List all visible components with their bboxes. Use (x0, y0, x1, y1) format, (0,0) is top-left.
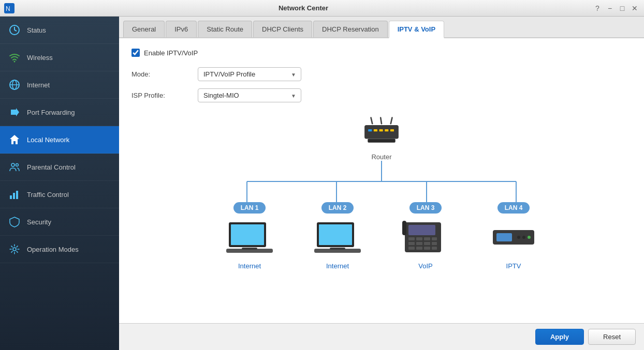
sidebar-item-security[interactable]: Security (0, 208, 119, 236)
close-button[interactable]: ✕ (630, 3, 640, 13)
lan1-node: LAN 1 Internet (226, 202, 273, 270)
sidebar-label-local-network: Local Network (27, 136, 69, 144)
sidebar-label-wireless: Wireless (27, 54, 53, 62)
sidebar-label-port-forwarding: Port Forwarding (27, 109, 75, 116)
sidebar-item-parental-control[interactable]: Parental Control (0, 154, 119, 181)
svg-rect-38 (319, 224, 352, 245)
connector-lines (200, 161, 563, 202)
globe-icon (8, 79, 21, 91)
tab-static-route[interactable]: Static Route (198, 21, 252, 37)
mode-label: Mode: (131, 70, 194, 78)
svg-rect-34 (231, 224, 264, 245)
sidebar-item-wireless[interactable]: Wireless (0, 44, 119, 71)
minimize-button[interactable]: − (605, 3, 615, 13)
svg-marker-9 (11, 108, 19, 116)
network-diagram: Router LAN (131, 115, 632, 270)
home-icon (8, 133, 21, 146)
tab-dhcp-clients[interactable]: DHCP Clients (253, 21, 312, 37)
svg-rect-14 (13, 193, 15, 199)
svg-rect-57 (496, 233, 512, 241)
tab-dhcp-reservation[interactable]: DHCP Reservation (313, 21, 388, 37)
svg-text:N: N (6, 5, 10, 12)
svg-rect-54 (432, 247, 437, 250)
svg-rect-43 (408, 237, 415, 240)
svg-rect-49 (424, 242, 430, 245)
svg-line-19 (391, 118, 392, 124)
svg-rect-15 (16, 191, 18, 199)
restore-button[interactable]: □ (617, 3, 627, 13)
svg-point-60 (528, 236, 531, 239)
clock-icon (8, 24, 21, 36)
sidebar-item-internet[interactable]: Internet (0, 71, 119, 99)
svg-point-16 (13, 248, 16, 251)
title-bar-left: N (4, 3, 14, 13)
tab-bar: General IPv6 Static Route DHCP Clients D… (119, 17, 644, 38)
svg-rect-20 (364, 125, 399, 139)
window-title: Network Center (14, 4, 592, 12)
svg-rect-23 (379, 129, 383, 131)
svg-point-11 (11, 163, 14, 166)
svg-point-59 (522, 236, 525, 239)
sidebar-label-parental-control: Parental Control (27, 163, 76, 171)
isp-select-wrapper: Singtel-MIO StarHub M1 Custom (198, 88, 301, 102)
svg-rect-45 (424, 237, 430, 240)
svg-rect-55 (402, 221, 406, 235)
mode-select-wrapper: IPTV/VoIP Profile Bridge Mode Custom (198, 67, 301, 81)
sidebar-item-local-network[interactable]: Local Network (0, 126, 119, 154)
svg-rect-26 (368, 139, 395, 143)
main-content: General IPv6 Static Route DHCP Clients D… (119, 17, 644, 350)
stb-icon (490, 220, 537, 256)
enable-row: Enable IPTV/VoIP (131, 49, 632, 57)
svg-rect-13 (10, 195, 12, 199)
sidebar-label-security: Security (27, 218, 51, 226)
svg-rect-52 (416, 247, 422, 250)
svg-rect-24 (385, 129, 388, 131)
svg-rect-42 (408, 225, 435, 235)
svg-rect-22 (374, 129, 377, 131)
isp-select[interactable]: Singtel-MIO StarHub M1 Custom (198, 88, 301, 102)
svg-line-4 (14, 30, 17, 31)
app-icon: N (4, 3, 14, 13)
svg-rect-48 (416, 242, 422, 245)
window-controls: ? − □ ✕ (592, 3, 640, 13)
arrow-right-icon (8, 106, 21, 118)
svg-line-17 (371, 118, 373, 124)
voip-phone-icon (402, 220, 449, 256)
reset-button[interactable]: Reset (588, 329, 636, 345)
lan4-node: LAN 4 IPTV (490, 202, 537, 270)
enable-iptv-label[interactable]: Enable IPTV/VoIP (144, 49, 198, 57)
tab-ipv6[interactable]: IPv6 (166, 21, 197, 37)
svg-line-18 (380, 118, 382, 124)
lan1-label: Internet (238, 262, 261, 270)
lan4-badge: LAN 4 (497, 202, 530, 214)
sidebar: Status Wireless Internet Port Forwarding (0, 17, 119, 350)
svg-point-5 (14, 61, 16, 63)
sidebar-item-port-forwarding[interactable]: Port Forwarding (0, 99, 119, 126)
svg-rect-53 (424, 247, 430, 250)
svg-rect-46 (432, 237, 437, 240)
sidebar-item-status[interactable]: Status (0, 17, 119, 44)
svg-rect-51 (408, 247, 415, 250)
bottom-bar: Apply Reset (119, 323, 644, 350)
apply-button[interactable]: Apply (535, 329, 584, 345)
svg-rect-44 (416, 237, 422, 240)
svg-marker-10 (10, 135, 19, 144)
people-icon (8, 161, 21, 173)
sidebar-label-internet: Internet (27, 81, 50, 89)
lan3-label: VoIP (418, 262, 432, 270)
tab-iptv-voip[interactable]: IPTV & VoIP (389, 21, 444, 38)
lan4-label: IPTV (506, 262, 521, 270)
chart-icon (8, 188, 21, 201)
sidebar-label-operation-modes: Operation Modes (27, 246, 79, 253)
lan2-badge: LAN 2 (321, 202, 354, 214)
enable-iptv-checkbox[interactable] (131, 49, 140, 57)
sidebar-item-traffic-control[interactable]: Traffic Control (0, 181, 119, 208)
lan2-node: LAN 2 Internet (314, 202, 361, 270)
svg-rect-50 (432, 242, 437, 245)
mode-select[interactable]: IPTV/VoIP Profile Bridge Mode Custom (198, 67, 301, 81)
svg-rect-36 (242, 248, 257, 250)
help-button[interactable]: ? (592, 3, 603, 13)
tab-general[interactable]: General (123, 21, 165, 37)
lan1-badge: LAN 1 (233, 202, 266, 214)
sidebar-item-operation-modes[interactable]: Operation Modes (0, 236, 119, 263)
